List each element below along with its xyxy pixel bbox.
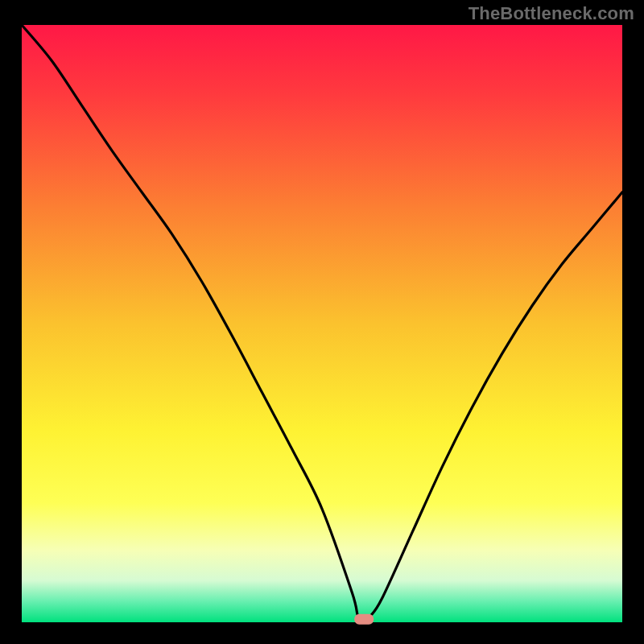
plot-background bbox=[22, 25, 622, 622]
chart-frame: TheBottleneck.com bbox=[0, 0, 644, 644]
bottleneck-chart bbox=[0, 0, 644, 644]
optimum-marker bbox=[354, 614, 374, 625]
